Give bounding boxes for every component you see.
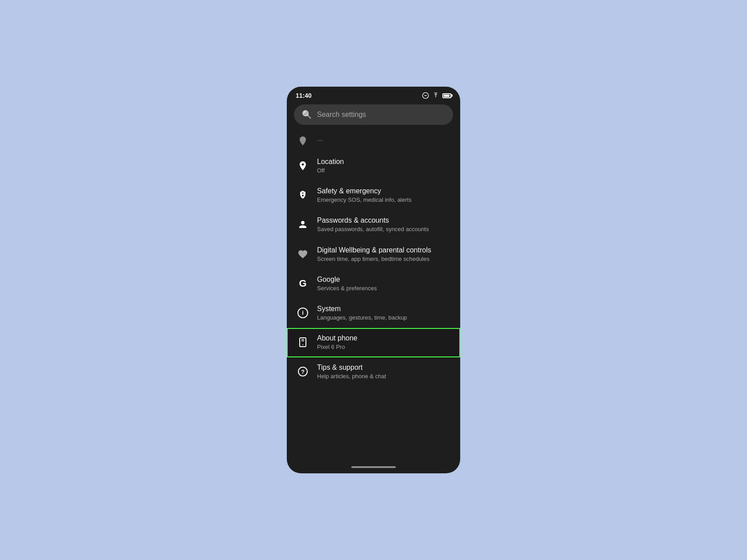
- search-bar-container: Search settings: [287, 102, 460, 129]
- system-icon: i: [296, 306, 310, 320]
- wellbeing-text: Digital Wellbeing & parental controls Sc…: [317, 246, 431, 263]
- google-subtitle: Services & preferences: [317, 284, 377, 292]
- passwords-subtitle: Saved passwords, autofill, synced accoun…: [317, 225, 429, 233]
- status-bar: 11:40: [287, 87, 460, 102]
- google-text: Google Services & preferences: [317, 276, 377, 292]
- location-subtitle: Off: [317, 167, 344, 175]
- system-title: System: [317, 305, 407, 313]
- settings-item-google[interactable]: G Google Services & preferences: [287, 269, 460, 299]
- phone-frame: 11:40 Search settings: [287, 87, 460, 473]
- safety-text: Safety & emergency Emergency SOS, medica…: [317, 187, 411, 204]
- tips-text: Tips & support Help articles, phone & ch…: [317, 364, 386, 380]
- partial-item: ···: [287, 129, 460, 152]
- passwords-title: Passwords & accounts: [317, 216, 429, 224]
- location-text: Location Off: [317, 158, 344, 175]
- search-bar[interactable]: Search settings: [294, 104, 453, 125]
- settings-item-passwords[interactable]: Passwords & accounts Saved passwords, au…: [287, 210, 460, 240]
- location-icon: [296, 159, 310, 173]
- time-display: 11:40: [296, 92, 312, 99]
- settings-item-system[interactable]: i System Languages, gestures, time, back…: [287, 299, 460, 328]
- settings-list: ··· Location Off Safety & emergency Emer…: [287, 129, 460, 463]
- search-input[interactable]: Search settings: [317, 111, 366, 119]
- settings-item-safety[interactable]: Safety & emergency Emergency SOS, medica…: [287, 181, 460, 210]
- home-bar: [351, 466, 396, 468]
- about-title: About phone: [317, 334, 357, 342]
- about-text: About phone Pixel 6 Pro: [317, 334, 357, 351]
- system-subtitle: Languages, gestures, time, backup: [317, 314, 407, 322]
- tips-title: Tips & support: [317, 364, 386, 372]
- partial-text: ···: [317, 136, 323, 144]
- safety-title: Safety & emergency: [317, 187, 411, 195]
- settings-item-tips[interactable]: ? Tips & support Help articles, phone & …: [287, 357, 460, 387]
- safety-subtitle: Emergency SOS, medical info, alerts: [317, 196, 411, 204]
- settings-item-about[interactable]: About phone Pixel 6 Pro: [287, 328, 460, 357]
- location-title: Location: [317, 158, 344, 166]
- about-icon: [296, 335, 310, 349]
- svg-point-6: [302, 344, 303, 345]
- search-icon: [302, 110, 312, 120]
- settings-item-location[interactable]: Location Off: [287, 152, 460, 181]
- safety-icon: [296, 188, 310, 202]
- home-indicator: [287, 463, 460, 473]
- passwords-text: Passwords & accounts Saved passwords, au…: [317, 216, 429, 233]
- status-icons: [422, 92, 451, 99]
- partial-icon: [296, 134, 310, 148]
- google-icon: G: [296, 276, 310, 291]
- passwords-icon: [296, 217, 310, 232]
- battery-icon: [442, 93, 451, 98]
- settings-item-wellbeing[interactable]: Digital Wellbeing & parental controls Sc…: [287, 240, 460, 269]
- wellbeing-title: Digital Wellbeing & parental controls: [317, 246, 431, 254]
- dnd-icon: [422, 92, 429, 99]
- google-title: Google: [317, 276, 377, 284]
- wifi-icon: [432, 92, 440, 99]
- tips-icon: ?: [296, 364, 310, 379]
- wellbeing-subtitle: Screen time, app timers, bedtime schedul…: [317, 255, 431, 263]
- wellbeing-icon: [296, 247, 310, 261]
- svg-text:?: ?: [301, 368, 305, 375]
- tips-subtitle: Help articles, phone & chat: [317, 372, 386, 380]
- about-subtitle: Pixel 6 Pro: [317, 343, 357, 351]
- system-text: System Languages, gestures, time, backup: [317, 305, 407, 322]
